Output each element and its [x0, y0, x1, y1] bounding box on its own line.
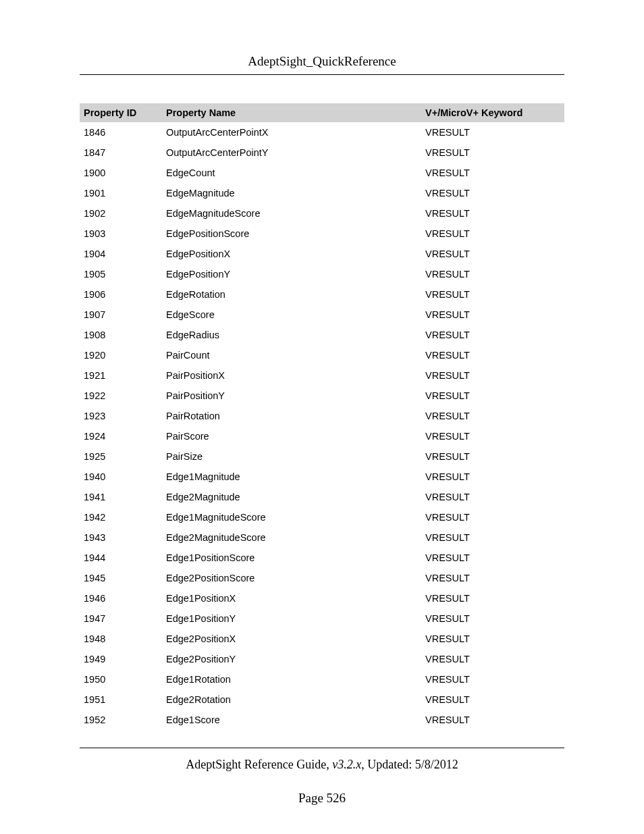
- cell-property-name: Edge2Rotation: [162, 689, 421, 710]
- cell-property-id: 1952: [80, 710, 162, 730]
- cell-property-id: 1846: [80, 122, 162, 142]
- table-row: 1922PairPositionYVRESULT: [80, 386, 564, 406]
- footer-guide-name: AdeptSight Reference Guide: [186, 758, 326, 771]
- cell-property-id: 1905: [80, 264, 162, 284]
- cell-keyword: VRESULT: [421, 142, 564, 163]
- cell-property-id: 1948: [80, 629, 162, 649]
- cell-keyword: VRESULT: [421, 527, 564, 548]
- cell-property-id: 1943: [80, 527, 162, 548]
- table-row: 1941Edge2MagnitudeVRESULT: [80, 487, 564, 507]
- cell-property-id: 1940: [80, 467, 162, 487]
- cell-property-id: 1925: [80, 446, 162, 467]
- table-row: 1920PairCountVRESULT: [80, 345, 564, 365]
- page-number: Page 526: [80, 791, 564, 806]
- cell-keyword: VRESULT: [421, 183, 564, 203]
- cell-keyword: VRESULT: [421, 163, 564, 183]
- cell-property-name: EdgeMagnitudeScore: [162, 203, 421, 224]
- cell-keyword: VRESULT: [421, 649, 564, 669]
- cell-keyword: VRESULT: [421, 487, 564, 507]
- cell-property-id: 1904: [80, 244, 162, 264]
- cell-property-id: 1950: [80, 669, 162, 689]
- col-header-keyword: V+/MicroV+ Keyword: [421, 103, 564, 122]
- cell-property-name: Edge2PositionScore: [162, 568, 421, 588]
- cell-keyword: VRESULT: [421, 710, 564, 730]
- cell-keyword: VRESULT: [421, 426, 564, 446]
- cell-property-name: PairPositionY: [162, 386, 421, 406]
- cell-keyword: VRESULT: [421, 689, 564, 710]
- table-row: 1925PairSizeVRESULT: [80, 446, 564, 467]
- table-row: 1944Edge1PositionScoreVRESULT: [80, 548, 564, 568]
- cell-property-id: 1945: [80, 568, 162, 588]
- cell-keyword: VRESULT: [421, 305, 564, 325]
- cell-property-name: Edge1PositionScore: [162, 548, 421, 568]
- cell-property-name: Edge2PositionY: [162, 649, 421, 669]
- cell-keyword: VRESULT: [421, 406, 564, 426]
- cell-property-name: Edge2Magnitude: [162, 487, 421, 507]
- cell-property-name: Edge2MagnitudeScore: [162, 527, 421, 548]
- cell-property-name: Edge1PositionX: [162, 588, 421, 608]
- footer-rule: [80, 748, 564, 748]
- cell-property-id: 1907: [80, 305, 162, 325]
- cell-keyword: VRESULT: [421, 325, 564, 345]
- cell-property-id: 1847: [80, 142, 162, 163]
- cell-keyword: VRESULT: [421, 345, 564, 365]
- cell-keyword: VRESULT: [421, 224, 564, 244]
- cell-property-name: EdgeMagnitude: [162, 183, 421, 203]
- cell-property-id: 1941: [80, 487, 162, 507]
- table-row: 1947Edge1PositionYVRESULT: [80, 608, 564, 629]
- table-row: 1923PairRotationVRESULT: [80, 406, 564, 426]
- cell-property-name: PairRotation: [162, 406, 421, 426]
- cell-property-name: Edge1PositionY: [162, 608, 421, 629]
- table-row: 1945Edge2PositionScoreVRESULT: [80, 568, 564, 588]
- cell-keyword: VRESULT: [421, 244, 564, 264]
- cell-property-name: PairSize: [162, 446, 421, 467]
- cell-keyword: VRESULT: [421, 507, 564, 527]
- cell-property-name: Edge2PositionX: [162, 629, 421, 649]
- cell-keyword: VRESULT: [421, 122, 564, 142]
- cell-property-id: 1900: [80, 163, 162, 183]
- cell-property-name: OutputArcCenterPointY: [162, 142, 421, 163]
- cell-keyword: VRESULT: [421, 386, 564, 406]
- cell-keyword: VRESULT: [421, 446, 564, 467]
- table-header-row: Property ID Property Name V+/MicroV+ Key…: [80, 103, 564, 122]
- cell-keyword: VRESULT: [421, 548, 564, 568]
- properties-table: Property ID Property Name V+/MicroV+ Key…: [80, 103, 564, 730]
- cell-keyword: VRESULT: [421, 669, 564, 689]
- cell-property-id: 1920: [80, 345, 162, 365]
- cell-keyword: VRESULT: [421, 467, 564, 487]
- cell-property-id: 1949: [80, 649, 162, 669]
- cell-property-name: Edge1Score: [162, 710, 421, 730]
- cell-property-id: 1951: [80, 689, 162, 710]
- cell-property-id: 1903: [80, 224, 162, 244]
- cell-property-name: PairScore: [162, 426, 421, 446]
- cell-property-id: 1901: [80, 183, 162, 203]
- cell-keyword: VRESULT: [421, 264, 564, 284]
- cell-property-name: Edge1MagnitudeScore: [162, 507, 421, 527]
- cell-keyword: VRESULT: [421, 608, 564, 629]
- cell-keyword: VRESULT: [421, 203, 564, 224]
- footer-updated: , Updated: 5/8/2012: [361, 758, 458, 771]
- table-row: 1942Edge1MagnitudeScoreVRESULT: [80, 507, 564, 527]
- table-row: 1906EdgeRotationVRESULT: [80, 284, 564, 305]
- cell-property-id: 1944: [80, 548, 162, 568]
- footer-text: AdeptSight Reference Guide, v3.2.x, Upda…: [80, 758, 564, 772]
- cell-property-name: EdgeRotation: [162, 284, 421, 305]
- cell-property-name: PairCount: [162, 345, 421, 365]
- cell-property-name: EdgeRadius: [162, 325, 421, 345]
- cell-property-name: Edge1Rotation: [162, 669, 421, 689]
- cell-property-id: 1908: [80, 325, 162, 345]
- col-header-id: Property ID: [80, 103, 162, 122]
- cell-keyword: VRESULT: [421, 284, 564, 305]
- table-row: 1940Edge1MagnitudeVRESULT: [80, 467, 564, 487]
- cell-property-name: EdgeCount: [162, 163, 421, 183]
- table-row: 1907EdgeScoreVRESULT: [80, 305, 564, 325]
- cell-property-id: 1942: [80, 507, 162, 527]
- table-row: 1952Edge1ScoreVRESULT: [80, 710, 564, 730]
- page-footer: AdeptSight Reference Guide, v3.2.x, Upda…: [80, 748, 564, 806]
- table-row: 1847OutputArcCenterPointYVRESULT: [80, 142, 564, 163]
- cell-keyword: VRESULT: [421, 629, 564, 649]
- cell-property-id: 1922: [80, 386, 162, 406]
- table-row: 1949Edge2PositionYVRESULT: [80, 649, 564, 669]
- table-row: 1904EdgePositionXVRESULT: [80, 244, 564, 264]
- cell-keyword: VRESULT: [421, 588, 564, 608]
